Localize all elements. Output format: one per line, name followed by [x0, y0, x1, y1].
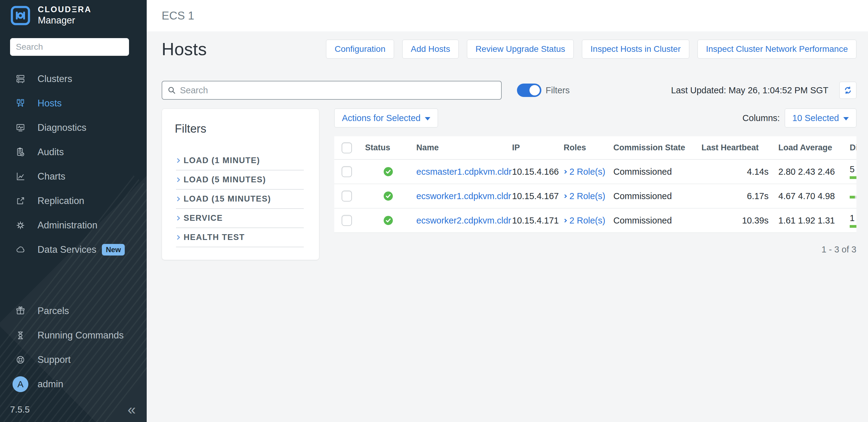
last-heartbeat: 10.39s	[695, 208, 775, 233]
filters-panel-title: Filters	[175, 122, 319, 135]
load-average: 2.80 2.43 2.46	[775, 159, 842, 184]
col-disk-usage: Di	[842, 143, 857, 153]
row-checkbox[interactable]	[342, 191, 352, 201]
chevron-right-icon	[175, 158, 180, 163]
gear-icon	[15, 220, 26, 231]
hosts-search-input[interactable]	[180, 85, 496, 95]
sidebar-item-charts[interactable]: Charts	[0, 164, 147, 189]
sidebar-item-label: Replication	[37, 195, 84, 206]
version-label: 7.5.5	[10, 404, 30, 415]
col-commission-state: Commission State	[613, 143, 685, 152]
add-hosts-button[interactable]: Add Hosts	[402, 40, 459, 59]
sidebar-item-parcels[interactable]: Parcels	[0, 299, 147, 323]
sidebar-search-input[interactable]	[10, 38, 129, 56]
filter-group-service[interactable]: SERVICE	[176, 209, 304, 228]
table-toolbar: Actions for Selected Columns: 10 Selecte…	[334, 108, 857, 127]
sidebar-item-label: Audits	[37, 147, 64, 158]
chevron-right-icon	[175, 235, 180, 240]
table-area: Actions for Selected Columns: 10 Selecte…	[334, 108, 857, 255]
columns-dropdown[interactable]: 10 Selected	[785, 108, 857, 127]
disk-usage-bar	[850, 225, 857, 228]
inspect-network-button[interactable]: Inspect Cluster Network Performance	[698, 40, 857, 59]
sidebar-item-hosts[interactable]: Hosts	[0, 91, 147, 116]
table-row: ecsworker1.cdpkvm.cldr 10.15.4.167 2 Rol…	[334, 184, 857, 208]
chevron-right-icon	[175, 177, 180, 182]
brand-product: Manager	[38, 15, 92, 26]
filter-group-load-1m[interactable]: LOAD (1 MINUTE)	[176, 151, 304, 170]
sidebar-item-label: Charts	[37, 171, 65, 182]
commission-state: Commissioned	[613, 184, 695, 208]
new-badge: New	[102, 244, 125, 256]
filter-group-health-test[interactable]: HEALTH TEST	[176, 228, 304, 247]
row-checkbox[interactable]	[342, 166, 352, 177]
col-status: Status	[352, 143, 391, 153]
chevron-right-icon	[563, 194, 567, 198]
configuration-button[interactable]: Configuration	[326, 40, 394, 59]
disk-usage-cell: 5	[842, 164, 857, 179]
lifebuoy-icon	[15, 354, 26, 365]
select-all-checkbox[interactable]	[342, 142, 352, 153]
sidebar-item-administration[interactable]: Administration	[0, 213, 147, 237]
sidebar-item-replication[interactable]: Replication	[0, 189, 147, 213]
sidebar-item-label: Parcels	[37, 305, 69, 317]
review-upgrade-status-button[interactable]: Review Upgrade Status	[467, 40, 574, 59]
host-link[interactable]: ecsworker1.cdpkvm.cldr	[416, 191, 511, 201]
actions-for-selected-dropdown[interactable]: Actions for Selected	[334, 108, 438, 127]
last-heartbeat: 6.17s	[695, 184, 775, 208]
health-good-icon	[384, 216, 393, 225]
toolbar-row: Filters Last Updated: May 26, 1:04:52 PM…	[162, 81, 857, 100]
replication-icon	[15, 195, 26, 206]
host-link[interactable]: ecsmaster1.cdpkvm.cldr	[416, 167, 512, 176]
filter-group-load-15m[interactable]: LOAD (15 MINUTES)	[176, 190, 304, 209]
sidebar-item-data-services[interactable]: Data Services New	[0, 237, 147, 262]
refresh-button[interactable]	[839, 82, 857, 99]
filter-group-load-5m[interactable]: LOAD (5 MINUTES)	[176, 170, 304, 190]
charts-icon	[15, 171, 26, 182]
sidebar-item-label: Support	[37, 354, 71, 365]
content: Hosts Configuration Add Hosts Review Upg…	[147, 31, 868, 260]
filters-toggle[interactable]	[517, 84, 541, 97]
roles-link[interactable]: 2 Role(s)	[564, 167, 613, 177]
sidebar-item-diagnostics[interactable]: Diagnostics	[0, 116, 147, 140]
topbar: ECS 1	[147, 0, 868, 31]
table-row: ecsworker2.cdpkvm.cldr 10.15.4.171 2 Rol…	[334, 208, 857, 233]
filters-toggle-label: Filters	[546, 85, 570, 95]
roles-link[interactable]: 2 Role(s)	[564, 216, 613, 226]
header-buttons: Configuration Add Hosts Review Upgrade S…	[326, 40, 857, 59]
parcels-icon	[15, 305, 26, 317]
admin-avatar: A	[12, 376, 28, 392]
inspect-hosts-button[interactable]: Inspect Hosts in Cluster	[582, 40, 689, 59]
disk-usage-bar	[850, 176, 857, 179]
sidebar-search	[10, 38, 136, 56]
page-header: Hosts Configuration Add Hosts Review Upg…	[162, 39, 857, 59]
sidebar-nav: Clusters Hosts D	[0, 67, 147, 262]
chevron-right-icon	[175, 197, 180, 201]
host-ip: 10.15.4.166	[512, 159, 564, 184]
sidebar-item-audits[interactable]: Audits	[0, 140, 147, 164]
collapse-sidebar-icon[interactable]: «	[127, 403, 136, 416]
col-ip: IP	[512, 143, 520, 152]
commission-state: Commissioned	[613, 159, 695, 184]
host-link[interactable]: ecsworker2.cdpkvm.cldr	[416, 216, 511, 225]
table-header-row: Status Name IP Roles Commission State La…	[334, 136, 857, 159]
col-name: Name	[416, 143, 439, 152]
brand[interactable]: CLOUDΞRA Manager	[0, 0, 147, 26]
load-average: 4.67 4.70 4.98	[775, 184, 842, 208]
roles-link[interactable]: 2 Role(s)	[564, 191, 613, 201]
sidebar-item-support[interactable]: Support	[0, 348, 147, 372]
sidebar-item-clusters[interactable]: Clusters	[0, 67, 147, 91]
body-row: Filters LOAD (1 MINUTE) LOAD (5 MINUTES)…	[162, 108, 857, 260]
chevron-right-icon	[175, 216, 180, 221]
host-ip: 10.15.4.171	[512, 208, 564, 233]
page-title: Hosts	[162, 39, 207, 59]
sidebar-item-running-commands[interactable]: Running Commands	[0, 323, 147, 348]
refresh-icon	[843, 85, 853, 95]
sidebar: CLOUDΞRA Manager Clusters	[0, 0, 147, 422]
disk-usage-bar	[850, 196, 857, 198]
cloudera-logo-icon	[10, 5, 31, 26]
sidebar-item-admin[interactable]: A admin	[0, 372, 147, 396]
sidebar-item-label: Diagnostics	[37, 122, 86, 133]
row-checkbox[interactable]	[342, 215, 352, 226]
table-row: ecsmaster1.cdpkvm.cldr 10.15.4.166 2 Rol…	[334, 159, 857, 184]
breadcrumb-cluster[interactable]: ECS 1	[162, 9, 194, 22]
